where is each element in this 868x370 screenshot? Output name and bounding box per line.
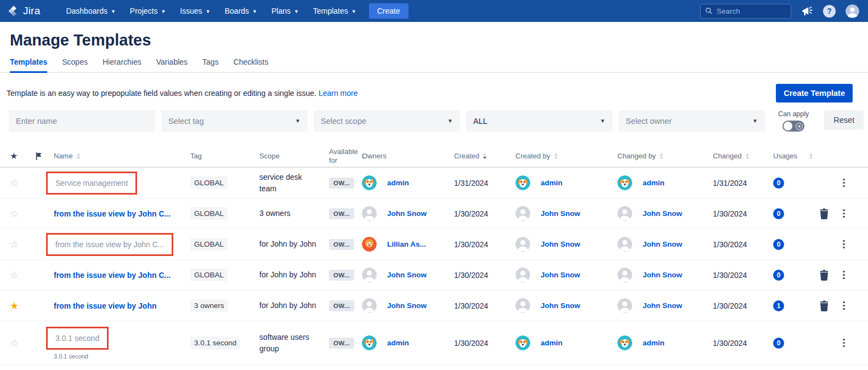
- favorite-star-icon[interactable]: ☆: [10, 270, 19, 281]
- tab-hierarchies[interactable]: Hierarchies: [103, 58, 141, 73]
- template-name-link[interactable]: 3.0.1 second: [55, 334, 99, 343]
- navbar-menu-projects[interactable]: Projects ▼: [123, 0, 173, 22]
- column-header-created-by[interactable]: Created by: [503, 152, 605, 161]
- more-actions-icon[interactable]: [842, 338, 846, 349]
- usages-badge: 0: [773, 270, 784, 281]
- tab-scopes[interactable]: Scopes: [62, 58, 88, 73]
- tag-filter-select[interactable]: Select tag ▼: [161, 110, 308, 132]
- more-actions-icon[interactable]: [842, 178, 846, 189]
- delete-icon[interactable]: [819, 208, 830, 220]
- create-template-button[interactable]: Create Template: [776, 84, 853, 103]
- favorite-star-icon[interactable]: ★: [10, 300, 19, 311]
- changed-by-link[interactable]: John Snow: [643, 271, 682, 279]
- column-header-created[interactable]: Created: [445, 152, 503, 161]
- favorite-star-icon[interactable]: ☆: [10, 178, 19, 189]
- navbar-menu-boards[interactable]: Boards ▼: [218, 0, 264, 22]
- created-by-link[interactable]: John Snow: [541, 301, 580, 310]
- owner-link[interactable]: Lillian As...: [387, 240, 426, 248]
- created-by-link[interactable]: admin: [541, 179, 563, 187]
- changed-by-link[interactable]: John Snow: [643, 209, 682, 218]
- available-for-badge[interactable]: OW...: [329, 338, 354, 349]
- table-row: ★ from the issue view by John 3 owners f…: [0, 291, 868, 321]
- delete-icon[interactable]: [819, 269, 830, 281]
- available-for-badge[interactable]: OW...: [329, 300, 354, 311]
- name-filter[interactable]: [9, 110, 155, 132]
- template-name-link[interactable]: from the issue view by John: [54, 301, 157, 310]
- created-by-link[interactable]: John Snow: [541, 209, 580, 218]
- chevron-down-icon: ▼: [252, 9, 257, 14]
- column-header-name[interactable]: Name: [46, 152, 183, 161]
- tab-variables[interactable]: Variables: [156, 58, 188, 73]
- available-for-badge[interactable]: OW...: [329, 178, 354, 189]
- available-for-badge[interactable]: OW...: [329, 239, 354, 250]
- tab-tags[interactable]: Tags: [202, 58, 219, 73]
- can-apply-toggle[interactable]: ✕: [782, 121, 804, 132]
- more-actions-icon[interactable]: [842, 270, 846, 281]
- owner-link[interactable]: John Snow: [387, 301, 427, 310]
- created-by-link[interactable]: admin: [541, 339, 563, 347]
- favorites-column-icon[interactable]: ★: [10, 151, 18, 162]
- favorite-star-icon[interactable]: ☆: [10, 208, 19, 219]
- navbar-menu-templates[interactable]: Templates ▼: [306, 0, 364, 22]
- learn-more-link[interactable]: Learn more: [319, 89, 358, 98]
- template-name-link[interactable]: from the issue view by John C...: [54, 209, 171, 218]
- jira-logo[interactable]: Jira: [8, 5, 40, 17]
- search-input[interactable]: [717, 7, 786, 15]
- changed-date: 1/30/2024: [713, 339, 747, 348]
- jira-logo-icon: [8, 5, 20, 17]
- global-search[interactable]: [700, 4, 791, 19]
- changed-by-link[interactable]: John Snow: [643, 301, 682, 310]
- created-date: 1/30/2024: [454, 301, 488, 310]
- owner-link[interactable]: admin: [387, 339, 409, 347]
- column-header-owners: Owners: [354, 152, 445, 161]
- column-header-changed-by[interactable]: Changed by: [605, 152, 707, 161]
- create-button[interactable]: Create: [369, 3, 409, 19]
- column-header-changed[interactable]: Changed: [707, 152, 764, 161]
- help-icon[interactable]: ?: [823, 5, 836, 18]
- changed-by-link[interactable]: admin: [643, 339, 665, 347]
- name-filter-input[interactable]: [16, 117, 148, 126]
- delete-icon[interactable]: [819, 300, 830, 312]
- template-name-link[interactable]: Service management: [55, 179, 128, 187]
- more-actions-icon[interactable]: [842, 208, 846, 219]
- navbar-menu-dashboards[interactable]: Dashboards ▼: [59, 0, 122, 22]
- sort-icon: [554, 153, 558, 159]
- owner-filter-select[interactable]: Select owner ▼: [619, 110, 765, 132]
- template-subtitle: 3.0.1 second: [54, 353, 183, 360]
- chevron-down-icon: ▼: [111, 9, 116, 14]
- favorite-star-icon[interactable]: ☆: [10, 239, 19, 250]
- navbar-menu-issues[interactable]: Issues ▼: [173, 0, 217, 22]
- column-header-available-for[interactable]: Available for: [322, 147, 354, 166]
- available-for-badge[interactable]: OW...: [329, 270, 354, 281]
- tag-badge: GLOBAL: [190, 177, 228, 189]
- announcements-megaphone-icon[interactable]: [801, 5, 813, 16]
- changed-by-link[interactable]: John Snow: [643, 240, 682, 248]
- created-date: 1/30/2024: [454, 271, 488, 280]
- tab-checklists[interactable]: Checklists: [234, 58, 269, 73]
- flag-column-icon[interactable]: [35, 152, 43, 161]
- column-header-usages[interactable]: Usages: [764, 152, 812, 161]
- created-date: 1/30/2024: [454, 240, 488, 249]
- tab-templates[interactable]: Templates: [10, 58, 47, 73]
- available-for-filter-select[interactable]: ALL ▼: [466, 110, 612, 132]
- owner-link[interactable]: John Snow: [387, 271, 427, 279]
- favorite-star-icon[interactable]: ☆: [10, 338, 19, 349]
- reset-button[interactable]: Reset: [824, 110, 864, 130]
- created-by-link[interactable]: John Snow: [541, 271, 580, 279]
- template-name-link[interactable]: from the issue view by John C...: [55, 240, 164, 249]
- more-actions-icon[interactable]: [842, 300, 846, 311]
- sort-icon: [77, 153, 80, 159]
- owner-link[interactable]: John Snow: [387, 209, 427, 218]
- scope-filter-select[interactable]: Select scope ▼: [314, 110, 460, 132]
- can-apply-control: Can apply ✕: [778, 110, 809, 132]
- changed-date: 1/31/2024: [713, 179, 747, 187]
- created-by-link[interactable]: John Snow: [541, 240, 580, 248]
- profile-avatar[interactable]: [846, 4, 859, 18]
- more-actions-icon[interactable]: [842, 239, 846, 250]
- table-row: ☆ 3.0.1 second 3.0.1 second 3.0.1 second…: [0, 321, 868, 365]
- template-name-link[interactable]: from the issue view by John C...: [54, 271, 171, 280]
- available-for-badge[interactable]: OW...: [329, 208, 354, 219]
- owner-link[interactable]: admin: [387, 179, 409, 187]
- navbar-menu-plans[interactable]: Plans ▼: [264, 0, 306, 22]
- changed-by-link[interactable]: admin: [643, 179, 665, 187]
